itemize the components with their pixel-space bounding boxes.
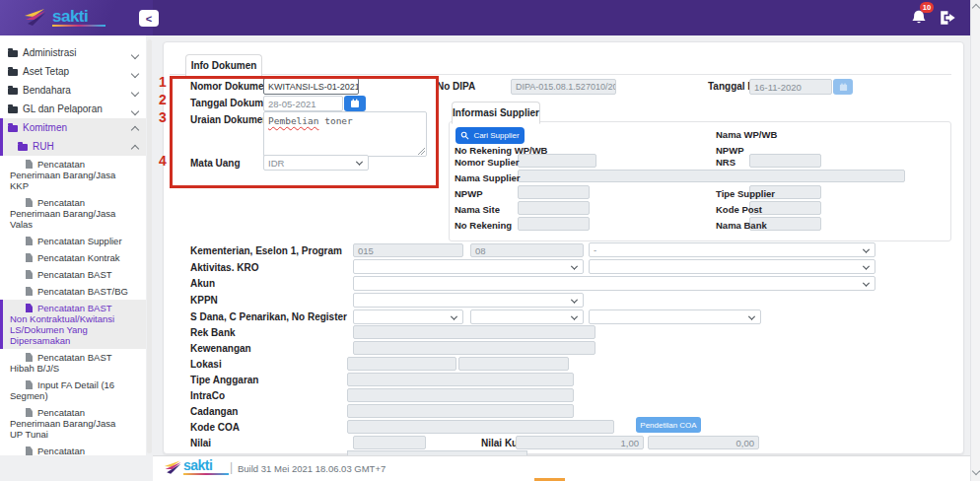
lokasi-input-1[interactable] xyxy=(347,357,456,371)
cara-penarikan-select[interactable] xyxy=(470,309,584,324)
rek-bank-input[interactable] xyxy=(353,325,595,339)
tanggal-dipa-input[interactable]: 16-11-2020 xyxy=(749,79,832,95)
sidebar-item-pencatatan-kontrak[interactable]: Pencatatan Kontrak xyxy=(0,249,146,266)
tanggal-dokumen-input[interactable]: 28-05-2021 xyxy=(263,96,343,111)
sidebar-item-label: Pencatatan BAST xyxy=(37,269,112,280)
npwp-input[interactable] xyxy=(518,185,590,199)
calendar-icon xyxy=(350,99,360,108)
annotation-number-3: 3 xyxy=(159,109,167,125)
sidebar-item-bendahara[interactable]: Bendahara xyxy=(0,81,146,100)
file-icon xyxy=(26,447,33,455)
sidebar-item-aset-tetap[interactable]: Aset Tetap xyxy=(0,62,146,81)
nomor-dokumen-input[interactable]: KWITANSI-LS-01-2021 xyxy=(263,78,359,95)
nilai-total-input[interactable]: 0,00 xyxy=(648,436,759,449)
file-icon xyxy=(26,304,33,312)
kode-coa-label: Kode COA xyxy=(190,422,240,433)
cadangan-input[interactable] xyxy=(347,404,574,418)
brand-logo: sakti xyxy=(0,0,153,35)
sidebar-item-penerimaan-hibah[interactable]: Pencatatan Penerimaan Barang/Jasa Hibah xyxy=(0,443,146,455)
chevron-down-icon xyxy=(131,70,139,78)
program-select[interactable]: - xyxy=(589,242,875,257)
pendetilan-coa-button[interactable]: Pendetilan COA xyxy=(636,417,701,433)
nama-supplier-input[interactable] xyxy=(518,170,905,182)
sidebar-item-ruh[interactable]: RUH xyxy=(0,137,146,156)
kementerian-input[interactable]: 015 xyxy=(353,243,463,257)
intraco-label: IntraCo xyxy=(190,390,225,401)
sidebar-collapse-button[interactable]: < xyxy=(139,10,159,27)
tab-label: Info Dokumen xyxy=(191,60,257,71)
intraco-input[interactable] xyxy=(347,388,574,402)
sidebar-item-penerimaan-kkp[interactable]: Pencatatan Penerimaan Barang/Jasa KKP xyxy=(0,156,146,194)
tanggal-dokumen-calendar-button[interactable] xyxy=(344,96,366,111)
sidebar-item-komitmen[interactable]: Komitmen xyxy=(0,118,146,137)
sidebar-item-penerimaan-valas[interactable]: Pencatatan Penerimaan Barang/Jasa Valas xyxy=(0,194,146,233)
sumber-dana-select[interactable] xyxy=(353,309,463,324)
mata-uang-select[interactable]: IDR xyxy=(263,155,369,171)
sidebar-item-gl-dan-pelaporan[interactable]: GL dan Pelaporan xyxy=(0,100,146,118)
page-scrollbar[interactable] xyxy=(970,0,980,481)
uraian-dokumen-textarea[interactable]: Pembelian toner xyxy=(263,111,427,157)
brand-name: sakti xyxy=(52,7,88,26)
chevron-down-icon xyxy=(131,89,139,97)
annotation-number-4: 4 xyxy=(159,153,167,169)
eselon1-input[interactable]: 08 xyxy=(470,243,584,257)
back-chevron-icon: < xyxy=(146,13,152,25)
sdana-label: S Dana, C Penarikan, No Register xyxy=(190,311,347,322)
kewenangan-input[interactable] xyxy=(353,341,595,355)
sidebar-item-bast-non-kontraktual[interactable]: Pencatatan BAST Non Kontraktual/Kwitansi… xyxy=(0,300,146,349)
footer-brand-name: sakti xyxy=(183,457,212,473)
kode-post-label: Kode Post xyxy=(716,204,762,215)
kro-select[interactable] xyxy=(589,259,875,274)
kode-coa-input[interactable] xyxy=(347,420,614,434)
sidebar-item-bast-hibah[interactable]: Pencatatan BAST Hibah B/J/S xyxy=(0,349,146,377)
chevron-down-icon xyxy=(131,51,139,59)
sidebar-item-label: Administrasi xyxy=(23,47,76,58)
tanggal-dipa-calendar-button[interactable] xyxy=(833,79,853,95)
kementerian-label: Kementerian, Eselon 1, Program xyxy=(190,245,342,256)
no-register-select[interactable] xyxy=(589,309,761,324)
file-icon xyxy=(26,380,33,389)
sidebar-item-penerimaan-up-tunai[interactable]: Pencatatan Penerimaan Barang/Jasa UP Tun… xyxy=(0,404,146,443)
sidebar-scrollbar[interactable] xyxy=(147,39,152,453)
nama-bank-label: Nama Bank xyxy=(716,220,767,231)
chevron-up-icon xyxy=(131,145,139,153)
tab-informasi-supplier[interactable]: Informasi Supplier xyxy=(452,102,540,124)
sidebar-item-input-fa-detail[interactable]: Input FA Detail (16 Segmen) xyxy=(0,377,146,404)
nama-site-label: Nama Site xyxy=(455,204,500,215)
logout-icon[interactable] xyxy=(939,9,958,27)
no-rekening-input[interactable] xyxy=(518,217,590,231)
nilai-kurs-input[interactable]: 1,00 xyxy=(516,436,644,449)
no-dipa-input[interactable]: DIPA-015.08.1.527010/20 xyxy=(511,79,616,95)
nomor-suplier-input[interactable] xyxy=(518,154,596,168)
search-icon xyxy=(460,131,469,140)
sidebar-item-label: Pencatatan Supplier xyxy=(37,236,122,246)
cari-supplier-button[interactable]: Cari Supplier xyxy=(455,127,525,144)
sidebar-item-pencatatan-bast[interactable]: Pencatatan BAST xyxy=(0,266,146,283)
nomor-suplier-label: Nomor Suplier xyxy=(455,157,519,168)
tipe-anggaran-label: Tipe Anggaran xyxy=(190,375,258,385)
sidebar-item-administrasi[interactable]: Administrasi xyxy=(0,43,146,62)
nama-site-input[interactable] xyxy=(518,201,590,215)
build-info: Build 31 Mei 2021 18.06.03 GMT+7 xyxy=(238,463,385,474)
cadangan-label: Cadangan xyxy=(190,406,238,417)
file-icon xyxy=(26,353,33,362)
folder-icon xyxy=(8,50,18,57)
kppn-select[interactable] xyxy=(353,293,584,308)
sidebar-item-pencatatan-bast-bg[interactable]: Pencatatan BAST/BG xyxy=(0,283,146,300)
scroll-down-icon[interactable] xyxy=(972,467,980,475)
nrs-input[interactable] xyxy=(749,154,821,168)
folder-icon xyxy=(8,106,18,113)
scroll-up-icon[interactable] xyxy=(972,4,980,12)
aktivitas-select[interactable] xyxy=(353,259,584,274)
tab-info-dokumen[interactable]: Info Dokumen xyxy=(185,54,262,77)
sidebar-item-pencatatan-supplier[interactable]: Pencatatan Supplier xyxy=(0,233,146,249)
nilai-input[interactable] xyxy=(353,436,426,449)
sidebar-item-label: Pencatatan Kontrak xyxy=(37,252,119,263)
nomor-dokumen-label: Nomor Dokumen xyxy=(190,81,270,92)
button-label: Pendetilan COA xyxy=(640,421,696,430)
sidebar-item-label: Input FA Detail (16 Segmen) xyxy=(10,379,114,401)
tipe-anggaran-input[interactable] xyxy=(347,373,574,386)
file-icon xyxy=(26,253,33,262)
lokasi-input-2[interactable] xyxy=(458,357,569,371)
akun-select[interactable] xyxy=(353,276,875,291)
